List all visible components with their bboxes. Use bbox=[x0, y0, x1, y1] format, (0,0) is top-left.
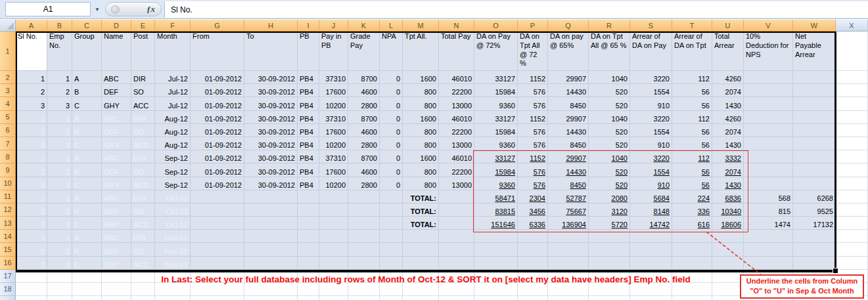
cell-L7[interactable]: 0 bbox=[380, 137, 403, 150]
cell-B11[interactable]: 1 bbox=[47, 190, 72, 204]
cell-J16[interactable] bbox=[319, 257, 348, 270]
cell-M5[interactable]: 1600 bbox=[403, 111, 439, 124]
cell-J12[interactable] bbox=[319, 204, 348, 217]
cell-F11[interactable]: Oct-12 bbox=[155, 190, 191, 204]
cell-O15[interactable] bbox=[474, 243, 518, 256]
cell-B9[interactable]: 2 bbox=[47, 163, 72, 177]
cell-X3[interactable] bbox=[836, 84, 868, 97]
cell-R10[interactable]: 520 bbox=[589, 177, 630, 190]
cell-Q9[interactable]: 14430 bbox=[548, 163, 589, 177]
cell-W12[interactable]: 9525 bbox=[793, 204, 836, 217]
col-header-M[interactable]: M bbox=[403, 20, 439, 32]
cell-O9[interactable]: 15984 bbox=[474, 163, 518, 177]
cell-P2[interactable]: 1152 bbox=[518, 71, 548, 84]
cell-Q7[interactable]: 8450 bbox=[548, 137, 589, 150]
cell-V6[interactable] bbox=[744, 124, 793, 137]
cell-W10[interactable] bbox=[793, 177, 836, 190]
row-header-11[interactable]: 11 bbox=[0, 190, 16, 204]
cell-H19[interactable] bbox=[244, 296, 298, 300]
row-header-1[interactable]: 1 bbox=[0, 32, 16, 71]
cell-G15[interactable] bbox=[191, 243, 244, 256]
cell-X14[interactable] bbox=[836, 230, 868, 243]
cell-O18[interactable] bbox=[474, 283, 518, 296]
cell-J9[interactable]: 17600 bbox=[319, 163, 348, 177]
cell-S1[interactable]: Arrear of DA on Pay bbox=[630, 32, 672, 71]
cell-A1[interactable]: Sl No. bbox=[16, 32, 47, 71]
cell-P10[interactable]: 576 bbox=[518, 177, 548, 190]
cell-N14[interactable] bbox=[439, 230, 474, 243]
formula-input[interactable]: Sl No. bbox=[164, 1, 868, 18]
cell-G2[interactable]: 01-09-2012 bbox=[191, 71, 244, 84]
cell-S14[interactable] bbox=[630, 230, 672, 243]
cell-B6[interactable]: 2 bbox=[47, 124, 72, 137]
cell-P13[interactable]: 6336 bbox=[518, 217, 548, 230]
cell-U15[interactable] bbox=[712, 243, 744, 256]
col-header-N[interactable]: N bbox=[439, 20, 474, 32]
cell-N15[interactable] bbox=[439, 243, 474, 256]
cell-W14[interactable] bbox=[793, 230, 836, 243]
cell-F9[interactable]: Sep-12 bbox=[155, 163, 191, 177]
cell-K3[interactable]: 4600 bbox=[348, 84, 380, 97]
cell-H8[interactable]: 30-09-2012 bbox=[244, 150, 298, 163]
cell-W3[interactable] bbox=[793, 84, 836, 97]
cell-P16[interactable] bbox=[518, 257, 548, 270]
row-header-19[interactable] bbox=[0, 296, 16, 300]
cell-U3[interactable]: 2074 bbox=[712, 84, 744, 97]
cell-D15[interactable]: DEF bbox=[102, 243, 131, 256]
cell-V12[interactable]: 815 bbox=[744, 204, 793, 217]
cell-V4[interactable] bbox=[744, 97, 793, 110]
cell-X16[interactable] bbox=[836, 257, 868, 270]
cell-K12[interactable] bbox=[348, 204, 380, 217]
cell-H4[interactable]: 30-09-2012 bbox=[244, 97, 298, 110]
cell-U19[interactable] bbox=[712, 296, 744, 300]
cell-R1[interactable]: DA on Tpt All @ 65 % bbox=[589, 32, 630, 71]
cell-F16[interactable]: Nov-12 bbox=[155, 257, 191, 270]
cell-V9[interactable] bbox=[744, 163, 793, 177]
cell-R9[interactable]: 520 bbox=[589, 163, 630, 177]
cell-D2[interactable]: ABC bbox=[102, 71, 131, 84]
cell-D5[interactable]: ABC bbox=[102, 111, 131, 124]
row-header-14[interactable]: 14 bbox=[0, 230, 16, 243]
col-header-O[interactable]: O bbox=[474, 20, 518, 32]
cell-N12[interactable] bbox=[439, 204, 474, 217]
cell-L16[interactable] bbox=[380, 257, 403, 270]
cell-E16[interactable]: ACC bbox=[131, 257, 155, 270]
cell-R15[interactable] bbox=[589, 243, 630, 256]
cell-I13[interactable] bbox=[298, 217, 319, 230]
cell-W16[interactable] bbox=[793, 257, 836, 270]
cell-K9[interactable]: 4600 bbox=[348, 163, 380, 177]
cell-J5[interactable]: 37310 bbox=[319, 111, 348, 124]
cell-S3[interactable]: 1554 bbox=[630, 84, 672, 97]
cell-J8[interactable]: 37310 bbox=[319, 150, 348, 163]
row-header-7[interactable]: 7 bbox=[0, 137, 16, 150]
cell-H14[interactable] bbox=[244, 230, 298, 243]
cell-W9[interactable] bbox=[793, 163, 836, 177]
cell-F2[interactable]: Jul-12 bbox=[155, 71, 191, 84]
cell-Q5[interactable]: 29907 bbox=[548, 111, 589, 124]
cell-F10[interactable]: Sep-12 bbox=[155, 177, 191, 190]
cell-O11[interactable]: 58471 bbox=[474, 190, 518, 204]
cell-M6[interactable]: 800 bbox=[403, 124, 439, 137]
cell-E6[interactable]: SO bbox=[131, 124, 155, 137]
cell-E14[interactable]: DIR bbox=[131, 230, 155, 243]
cell-V15[interactable] bbox=[744, 243, 793, 256]
cell-C10[interactable]: C bbox=[72, 177, 102, 190]
cell-H9[interactable]: 30-09-2012 bbox=[244, 163, 298, 177]
cell-T4[interactable]: 56 bbox=[672, 97, 712, 110]
cell-L14[interactable] bbox=[380, 230, 403, 243]
row-header-15[interactable]: 15 bbox=[0, 243, 16, 256]
cell-S7[interactable]: 910 bbox=[630, 137, 672, 150]
cell-K13[interactable] bbox=[348, 217, 380, 230]
cell-L3[interactable]: 0 bbox=[380, 84, 403, 97]
cell-F1[interactable]: Month bbox=[155, 32, 191, 71]
cell-W7[interactable] bbox=[793, 137, 836, 150]
cell-O19[interactable] bbox=[474, 296, 518, 300]
cell-R16[interactable] bbox=[589, 257, 630, 270]
cell-N9[interactable]: 22200 bbox=[439, 163, 474, 177]
cell-Q15[interactable] bbox=[548, 243, 589, 256]
cell-C12[interactable]: B bbox=[72, 204, 102, 217]
col-header-W[interactable]: W bbox=[793, 20, 836, 32]
cell-V13[interactable]: 1474 bbox=[744, 217, 793, 230]
cell-V11[interactable]: 568 bbox=[744, 190, 793, 204]
cell-I16[interactable] bbox=[298, 257, 319, 270]
